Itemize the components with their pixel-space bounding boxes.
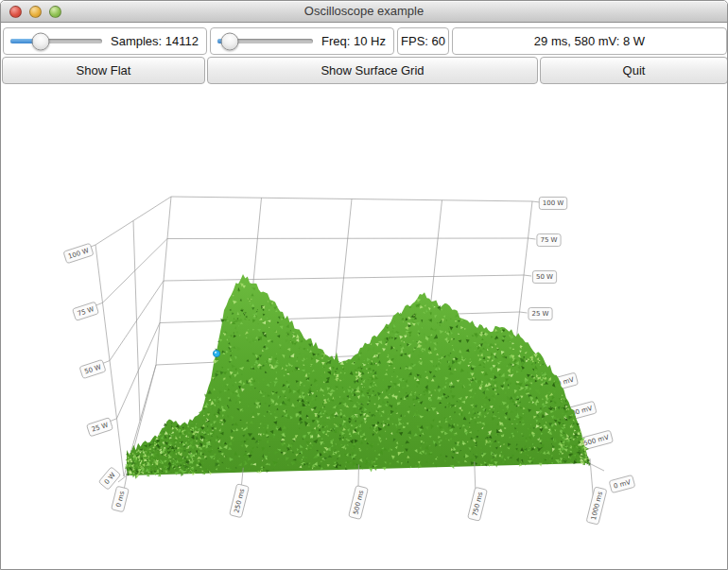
quit-button[interactable]: Quit: [540, 57, 728, 84]
samples-panel: Samples: 14112: [3, 27, 207, 55]
axis-tick-label: 75 W: [537, 234, 561, 247]
close-button[interactable]: [9, 6, 22, 18]
title-bar[interactable]: Oscilloscope example: [1, 1, 727, 23]
svg-text:75 W: 75 W: [540, 236, 557, 244]
axis-tick-label: 0 ms: [112, 486, 130, 512]
samples-slider-track[interactable]: [10, 39, 102, 43]
axis-tick-label: 75 W: [73, 302, 99, 320]
samples-slider-knob[interactable]: [32, 32, 50, 50]
show-surface-grid-button[interactable]: Show Surface Grid: [207, 57, 538, 84]
minimize-button[interactable]: [29, 6, 42, 18]
cursor-readout: 29 ms, 580 mV: 8 W: [534, 34, 645, 48]
readout-panel: 29 ms, 580 mV: 8 W: [452, 27, 727, 55]
traffic-lights: [9, 1, 61, 22]
axis-tick-label: 250 ms: [230, 484, 250, 518]
axis-tick-label: 0 mV: [609, 475, 635, 492]
app-window: Oscilloscope example Samples: 14112 Freq…: [0, 0, 728, 570]
axis-tick-label: 1000 ms: [586, 487, 607, 525]
surface-plot[interactable]: 500 mV1000 mV1500 mV100 W75 W50 W25 W100…: [1, 1, 728, 570]
window-title: Oscilloscope example: [304, 4, 424, 18]
axis-tick-label: 50 W: [79, 359, 106, 378]
axis-tick-label: 100 W: [539, 198, 567, 210]
freq-slider-knob[interactable]: [221, 32, 239, 50]
freq-panel: Freq: 10 Hz: [210, 27, 394, 55]
axis-tick-label: 50 W: [532, 271, 556, 284]
show-flat-button[interactable]: Show Flat: [2, 57, 205, 84]
freq-slider-track[interactable]: [217, 39, 313, 43]
axis-tick-label: 100 W: [63, 243, 94, 263]
axis-tick-label: 25 W: [87, 418, 113, 437]
axis-tick-label: 500 ms: [349, 486, 369, 520]
axis-tick-label: 25 W: [529, 308, 552, 320]
svg-text:50 W: 50 W: [536, 273, 553, 281]
svg-text:100 W: 100 W: [543, 199, 564, 207]
freq-slider[interactable]: [211, 28, 318, 54]
svg-text:25 W: 25 W: [531, 310, 548, 318]
samples-label: Samples: 14112: [107, 34, 206, 48]
cursor-marker[interactable]: [213, 350, 219, 356]
freq-label: Freq: 10 Hz: [318, 34, 393, 48]
samples-slider[interactable]: [4, 28, 107, 54]
axis-tick-label: 750 ms: [468, 487, 488, 521]
fps-label: FPS: 60: [401, 34, 445, 48]
zoom-button[interactable]: [49, 6, 61, 18]
fps-panel: FPS: 60: [397, 27, 449, 55]
